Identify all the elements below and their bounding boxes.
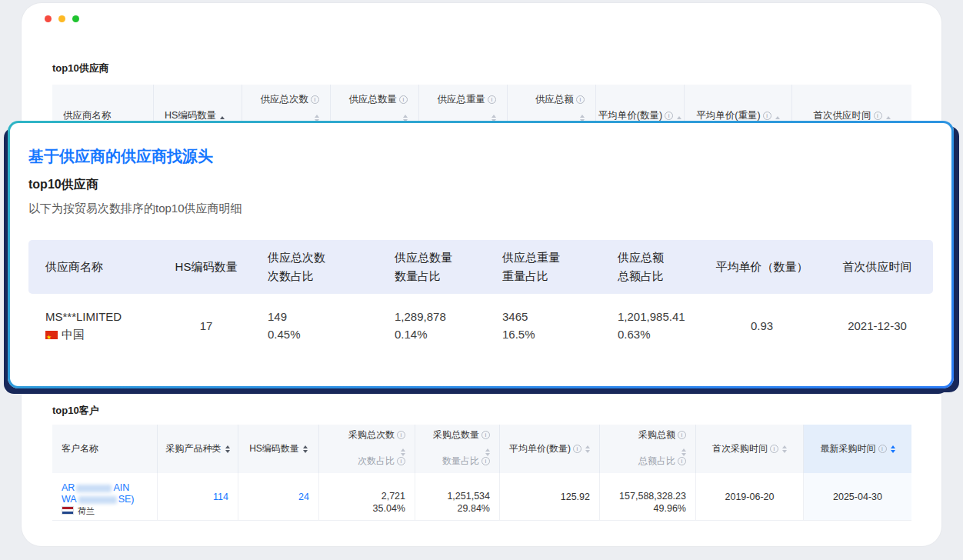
avg-price-cell: 0.93 — [702, 308, 821, 343]
panel-title: 基于供应商的供应商找源头 — [28, 146, 213, 167]
supply-quantity-cell: 1,289,8780.14% — [387, 308, 495, 343]
supplier-name-cell: MS***LIMITED 中国 — [28, 308, 152, 343]
panel-table-row: MS***LIMITED 中国 17 1490.45% 1,289,8780.1… — [28, 308, 933, 343]
col-first-purchase-date[interactable]: 首次采购时间 — [696, 425, 804, 473]
col-purchase-times[interactable]: 采购总次数 次数占比 — [319, 425, 415, 473]
latest-purchase-date-cell: 2025-04-30 — [804, 473, 911, 520]
customer-name-link[interactable]: ARAIN WASE) — [62, 482, 135, 505]
panel-supplier-table: 供应商名称 HS编码数量 供应总次数次数占比 供应总数量数量占比 供应总重量重量… — [28, 240, 933, 343]
col-supply-amount: 供应总额总额占比 — [610, 240, 702, 294]
col-customer-name: 客户名称 — [52, 425, 158, 473]
info-icon[interactable] — [399, 95, 408, 104]
customer-table: 客户名称 采购产品种类 HS编码数量 采购总次数 次数占比 采购总数量 数量占比 — [52, 425, 911, 521]
info-icon[interactable] — [665, 112, 673, 120]
purchase-times-cell: 2,72135.04% — [319, 473, 415, 520]
info-icon[interactable] — [678, 431, 686, 439]
highlight-panel: 基于供应商的供应商找源头 top10供应商 以下为按贸易次数排序的top10供应… — [8, 121, 954, 388]
redaction-blur — [76, 485, 112, 492]
col-purchase-amount[interactable]: 采购总额 总额占比 — [600, 425, 696, 473]
avg-price-cell: 125.92 — [500, 473, 600, 520]
netherlands-flag-icon — [62, 506, 74, 515]
hs-code-count-cell[interactable]: 24 — [238, 473, 319, 520]
info-icon[interactable] — [573, 445, 581, 453]
col-supply-weight: 供应总重量重量占比 — [495, 240, 610, 294]
col-purchase-quantity[interactable]: 采购总数量 数量占比 — [415, 425, 500, 473]
customer-name-cell[interactable]: ARAIN WASE) 荷兰 — [52, 473, 158, 520]
info-icon[interactable] — [576, 95, 585, 104]
col-hs-code-count[interactable]: HS编码数量 — [238, 425, 319, 473]
info-icon[interactable] — [397, 457, 405, 465]
info-icon[interactable] — [678, 457, 686, 465]
customer-table-title: top10客户 — [52, 404, 99, 418]
panel-description: 以下为按贸易次数排序的top10供应商明细 — [28, 202, 242, 216]
close-window-button[interactable] — [45, 15, 52, 22]
col-avg-price-qty[interactable]: 平均单价(数量) — [500, 425, 600, 473]
supply-amount-cell: 1,201,985.410.63% — [610, 308, 702, 343]
panel-subtitle: top10供应商 — [28, 177, 98, 193]
first-purchase-date-cell: 2019-06-20 — [696, 473, 804, 520]
page: top10供应商 供应商名称 HS编码数量 供应总次数 次数占比 供应总数量 数… — [0, 0, 963, 560]
info-icon[interactable] — [770, 445, 778, 453]
col-hs-code-count: HS编码数量 — [152, 240, 260, 294]
product-types-cell[interactable]: 114 — [158, 473, 238, 520]
supplier-table-title: top10供应商 — [52, 62, 109, 75]
sort-icon[interactable] — [585, 445, 590, 453]
first-supply-date-cell: 2021-12-30 — [821, 308, 933, 343]
info-icon[interactable] — [488, 95, 496, 104]
col-supply-quantity: 供应总数量数量占比 — [387, 240, 495, 294]
redaction-blur — [78, 496, 117, 504]
supplier-source-panel: 基于供应商的供应商找源头 top10供应商 以下为按贸易次数排序的top10供应… — [10, 123, 951, 386]
sort-icon[interactable] — [225, 445, 230, 453]
info-icon[interactable] — [311, 95, 319, 104]
purchase-quantity-cell: 1,251,53429.84% — [415, 473, 500, 520]
sort-icon[interactable] — [782, 445, 787, 453]
sort-icon[interactable] — [303, 445, 308, 453]
sort-icon-active[interactable] — [891, 445, 895, 453]
customer-table-row: ARAIN WASE) 荷兰 114 24 2,72135.04% 1,251,… — [52, 473, 911, 521]
minimize-window-button[interactable] — [58, 15, 65, 22]
info-icon[interactable] — [482, 457, 490, 465]
info-icon[interactable] — [874, 112, 882, 120]
window-controls — [45, 15, 79, 22]
col-supply-times: 供应总次数次数占比 — [260, 240, 387, 294]
maximize-window-button[interactable] — [72, 15, 79, 22]
col-supplier-name: 供应商名称 — [28, 240, 152, 294]
panel-table-header: 供应商名称 HS编码数量 供应总次数次数占比 供应总数量数量占比 供应总重量重量… — [28, 240, 933, 294]
china-flag-icon — [45, 331, 58, 339]
customer-country: 荷兰 — [62, 506, 95, 515]
info-icon[interactable] — [397, 431, 405, 439]
supplier-country: 中国 — [45, 328, 85, 341]
supply-times-cell: 1490.45% — [260, 308, 387, 343]
hs-code-count-cell: 17 — [152, 308, 260, 343]
info-icon[interactable] — [482, 431, 490, 439]
info-icon[interactable] — [763, 112, 771, 120]
supply-weight-cell: 346516.5% — [495, 308, 610, 343]
purchase-amount-cell: 157,588,328.2349.96% — [600, 473, 696, 520]
info-icon[interactable] — [878, 445, 887, 453]
col-first-supply-date: 首次供应时间 — [821, 240, 933, 294]
col-latest-purchase-date[interactable]: 最新采购时间 — [804, 425, 911, 473]
col-product-types[interactable]: 采购产品种类 — [158, 425, 238, 473]
customer-table-header: 客户名称 采购产品种类 HS编码数量 采购总次数 次数占比 采购总数量 数量占比 — [52, 425, 911, 473]
col-avg-price-qty: 平均单价（数量） — [702, 240, 821, 294]
